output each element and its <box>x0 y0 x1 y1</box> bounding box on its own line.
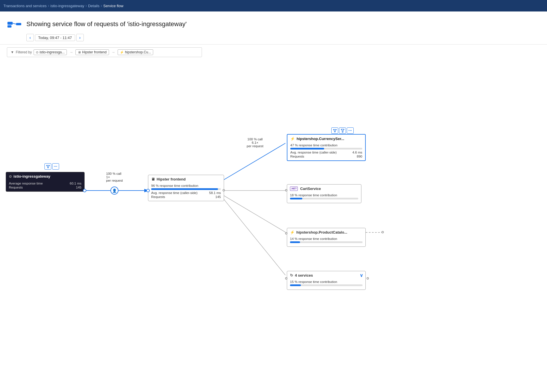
svg-rect-1 <box>7 25 11 28</box>
currency-node-toolbar: ••• <box>331 127 354 134</box>
filter-chip-istio[interactable]: ⊙ istio-ingressga... <box>34 49 67 55</box>
product-response-pct: 14 % response time contribution <box>290 237 363 240</box>
services4-node: ↻ 4 services ∨ 15 % response time contri… <box>287 271 366 290</box>
currency-progress-bar <box>290 148 324 150</box>
breadcrumb: Transactions and services › istio-ingres… <box>0 0 547 11</box>
connections-svg <box>0 60 547 392</box>
services4-connector-right <box>367 277 369 280</box>
breadcrumb-service-flow[interactable]: Service flow <box>103 4 123 8</box>
product-connector-right <box>381 231 384 233</box>
flow-area: ••• ⊙ istio-ingressgateway Average respo… <box>0 60 547 392</box>
product-node-body: 14 % response time contribution <box>287 236 365 247</box>
svg-line-6 <box>223 143 285 181</box>
services4-connector-left <box>285 277 287 280</box>
time-next-button[interactable]: › <box>76 34 84 41</box>
product-node: ⚡ hipstershop.ProductCatalo... 14 % resp… <box>287 228 366 247</box>
hipster-connector-left <box>146 189 150 192</box>
cart-node-body: 18 % response time contribution <box>287 192 361 203</box>
currency-response-pct: 47 % response time contribution <box>290 143 362 147</box>
hipster-node-icon: 🖥 <box>151 177 155 181</box>
chip-currency-icon: ⚡ <box>120 51 124 54</box>
currency-funnel-button[interactable] <box>339 127 346 134</box>
cart-node: .NET CartService 18 % response time cont… <box>287 184 361 203</box>
cart-response-pct: 18 % response time contribution <box>290 193 358 197</box>
breadcrumb-istio[interactable]: istio-ingressgateway <box>50 4 84 8</box>
hipster-response-pct: 96 % response time contribution <box>151 184 221 187</box>
filter-chip-currency[interactable]: ⚡ hipstershop.Cu... <box>118 49 153 55</box>
istio-more-button[interactable]: ••• <box>52 163 59 170</box>
services4-expand-chevron[interactable]: ∨ <box>360 272 363 278</box>
hipster-node-body: 96 % response time contribution Avg. res… <box>148 183 224 201</box>
time-navigation: ‹ Today, 09:47 - 11:47 › <box>26 34 540 41</box>
hipster-node: 🖥 Hipster frontend 96 % response time co… <box>148 175 224 201</box>
cart-connector-left <box>285 189 287 191</box>
filter-arrow-1: → <box>69 50 73 55</box>
chip-istio-icon: ⊙ <box>36 51 38 54</box>
product-node-header: ⚡ hipstershop.ProductCatalo... <box>287 228 365 236</box>
hipster-connector-right <box>223 189 225 191</box>
cart-node-header: .NET CartService <box>287 185 361 192</box>
istio-filter-button[interactable] <box>44 163 51 170</box>
svg-rect-2 <box>16 23 21 25</box>
hipster-progress-bar <box>151 188 218 190</box>
currency-node: ⚡ hipstershop.CurrencySer... 47 % respon… <box>287 134 366 161</box>
istio-node-icon: ⊙ <box>9 174 12 178</box>
time-range-label[interactable]: Today, 09:47 - 11:47 <box>35 34 75 41</box>
chip-hipster-icon: 🖥 <box>78 51 81 54</box>
product-dotted-line <box>366 232 383 233</box>
filter-icon: ▼ <box>11 50 14 54</box>
svg-rect-0 <box>7 22 13 25</box>
filter-label: Filtered by <box>16 50 32 54</box>
services4-node-header: ↻ 4 services ∨ <box>287 271 365 279</box>
svg-line-3 <box>13 23 16 24</box>
filter-arrow-2: → <box>111 50 115 55</box>
breadcrumb-sep-2: › <box>85 3 87 8</box>
service-flow-icon <box>7 17 22 32</box>
cart-progress-bar <box>290 198 302 199</box>
svg-marker-12 <box>341 129 344 132</box>
edge-label-currency-call: 100 % call 6.1× per request <box>247 137 263 148</box>
svg-line-9 <box>223 198 285 275</box>
istio-connector-right <box>83 189 86 192</box>
services4-node-icon: ↻ <box>290 273 293 277</box>
breadcrumb-sep-1: › <box>48 3 49 8</box>
breadcrumb-sep-3: › <box>101 3 102 8</box>
istio-node: ⊙ istio-ingressgateway Average response … <box>6 172 85 192</box>
edge-label-istio-hipster-call: 100 % call 1× per request <box>106 172 123 182</box>
istio-node-toolbar: ••• <box>44 163 59 170</box>
cart-net-badge: .NET <box>290 187 298 191</box>
services4-progress-bar <box>290 284 301 286</box>
istio-node-body: Average response time 60.1 ms Requests 1… <box>6 180 84 191</box>
mid-circle-icon: 👤 <box>112 189 117 193</box>
header-area: Showing service flow of requests of 'ist… <box>0 11 547 44</box>
breadcrumb-details[interactable]: Details <box>88 4 100 8</box>
breadcrumb-transactions[interactable]: Transactions and services <box>3 4 47 8</box>
services4-response-pct: 15 % response time contribution <box>290 280 363 284</box>
mid-circle: 👤 <box>110 187 118 195</box>
currency-more-button[interactable]: ••• <box>347 127 354 134</box>
product-node-icon: ⚡ <box>290 230 295 234</box>
istio-node-header: ⊙ istio-ingressgateway <box>6 172 84 180</box>
currency-node-header: ⚡ hipstershop.CurrencySer... <box>287 135 365 142</box>
filter-bar: ▼ Filtered by ⊙ istio-ingressga... → 🖥 H… <box>7 47 202 57</box>
currency-node-body: 47 % response time contribution Avg. res… <box>287 142 365 160</box>
hipster-node-header: 🖥 Hipster frontend <box>148 175 224 183</box>
currency-filter-button[interactable] <box>331 127 338 134</box>
page-title: Showing service flow of requests of 'ist… <box>26 20 187 28</box>
svg-marker-11 <box>333 129 336 132</box>
filter-chip-hipster[interactable]: 🖥 Hipster frontend <box>75 49 109 55</box>
time-prev-button[interactable]: ‹ <box>26 34 34 41</box>
product-connector-left <box>285 232 287 234</box>
product-progress-bar <box>290 241 300 243</box>
services4-node-body: 15 % response time contribution <box>287 279 365 290</box>
currency-node-icon: ⚡ <box>290 137 295 141</box>
svg-marker-10 <box>46 165 50 168</box>
svg-line-8 <box>223 195 285 232</box>
